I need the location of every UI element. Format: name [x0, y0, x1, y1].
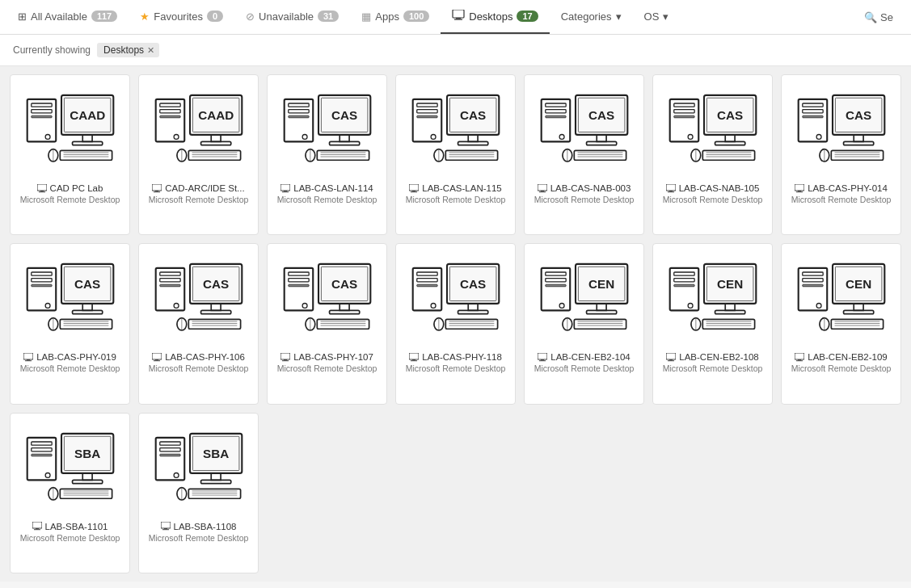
svg-rect-297 — [200, 480, 230, 483]
svg-rect-153 — [27, 359, 30, 360]
svg-rect-287 — [34, 529, 40, 530]
search-icon: 🔍 — [864, 11, 877, 23]
svg-rect-101 — [673, 116, 694, 118]
card-subtitle: Microsoft Remote Desktop — [406, 195, 506, 204]
svg-rect-49 — [340, 135, 349, 141]
chevron-down-icon: ▾ — [616, 10, 622, 23]
card-image: SBA — [146, 420, 251, 517]
svg-rect-253 — [802, 285, 822, 288]
svg-rect-233 — [673, 279, 694, 282]
nav-categories[interactable]: Categories ▾ — [550, 0, 633, 34]
card-title: LAB-CEN-EB2-108 — [666, 352, 758, 362]
app-card[interactable]: CAAD CAD PC Lab Microsoft Remote Desktop — [10, 74, 130, 235]
svg-point-45 — [302, 135, 307, 140]
svg-text:CAAD: CAAD — [198, 108, 234, 122]
svg-rect-97 — [539, 191, 546, 192]
card-title: LAB-CAS-LAN-115 — [409, 183, 501, 193]
app-card[interactable]: CAS LAB-CAS-PHY-014 Microsoft Remote Des… — [781, 74, 901, 235]
app-card[interactable]: CAAD CAD-ARC/IDE St... Microsoft Remote … — [138, 74, 259, 235]
svg-rect-134 — [798, 191, 801, 191]
search-button[interactable]: 🔍 Se — [853, 0, 905, 34]
svg-rect-61 — [416, 103, 437, 107]
svg-point-121 — [816, 135, 821, 140]
svg-rect-116 — [668, 191, 674, 192]
svg-rect-120 — [802, 116, 822, 118]
svg-rect-289 — [159, 442, 179, 445]
svg-rect-50 — [329, 141, 359, 145]
svg-rect-172 — [155, 359, 158, 360]
filter-bar: Currently showing Desktops ✕ — [0, 35, 911, 66]
svg-rect-12 — [72, 141, 102, 145]
card-title: LAB-CAS-NAB-105 — [666, 183, 760, 193]
svg-text:CAS: CAS — [717, 108, 743, 122]
svg-point-7 — [45, 135, 50, 140]
app-card[interactable]: CAS LAB-CAS-LAN-115 Microsoft Remote Des… — [395, 74, 516, 235]
svg-rect-127 — [831, 150, 883, 160]
app-card[interactable]: SBA LAB-SBA-1108 Microsoft Remote Deskto… — [138, 413, 259, 573]
svg-rect-114 — [666, 184, 676, 191]
svg-rect-152 — [23, 353, 33, 359]
svg-rect-5 — [31, 110, 51, 113]
app-card[interactable]: CAS LAB-CAS-LAN-114 Microsoft Remote Des… — [267, 74, 387, 235]
app-card[interactable]: CAS LAB-CAS-NAB-003 Microsoft Remote Des… — [524, 74, 644, 235]
card-image: CAS — [403, 250, 508, 347]
svg-rect-2 — [454, 19, 462, 19]
filter-tag-remove[interactable]: ✕ — [147, 45, 154, 56]
svg-rect-251 — [802, 272, 822, 275]
svg-rect-70 — [445, 150, 497, 160]
desktop-card-icon — [161, 522, 171, 531]
nav-unavailable[interactable]: ⊘ Unavailable 31 — [234, 0, 350, 34]
grid-icon: ⊞ — [18, 10, 27, 23]
svg-point-83 — [559, 135, 564, 140]
nav-favourites[interactable]: ★ Favourites 0 — [129, 0, 234, 34]
app-card[interactable]: CEN LAB-CEN-EB2-104 Microsoft Remote Des… — [524, 243, 644, 404]
card-subtitle: Microsoft Remote Desktop — [663, 363, 763, 373]
svg-rect-190 — [280, 353, 290, 359]
app-card[interactable]: CEN LAB-CEN-EB2-109 Microsoft Remote Des… — [781, 243, 901, 404]
svg-rect-183 — [329, 311, 359, 314]
desktop-nav-icon — [452, 10, 465, 23]
svg-rect-171 — [152, 353, 162, 359]
svg-rect-286 — [36, 528, 39, 529]
svg-text:CAS: CAS — [588, 108, 614, 122]
svg-rect-209 — [409, 353, 419, 359]
svg-rect-135 — [796, 191, 803, 192]
svg-text:CEN: CEN — [717, 278, 743, 292]
svg-rect-271 — [31, 447, 51, 451]
svg-rect-249 — [668, 360, 674, 361]
nav-all-available[interactable]: ⊞ All Available 117 — [6, 0, 129, 34]
svg-rect-259 — [843, 311, 873, 314]
card-title: LAB-CAS-PHY-118 — [409, 352, 502, 362]
card-title: LAB-CAS-NAB-003 — [538, 183, 631, 193]
svg-rect-87 — [597, 135, 606, 141]
app-card[interactable]: CAS LAB-CAS-NAB-105 Microsoft Remote Des… — [652, 74, 773, 235]
svg-text:CAS: CAS — [460, 278, 486, 292]
svg-rect-248 — [669, 359, 673, 360]
nav-os[interactable]: OS ▾ — [633, 0, 681, 34]
nav-apps[interactable]: ▦ Apps 100 — [350, 0, 441, 34]
svg-text:CAAD: CAAD — [70, 108, 105, 122]
app-card[interactable]: CAS LAB-CAS-PHY-118 Microsoft Remote Des… — [395, 243, 516, 404]
desktop-card-icon — [666, 184, 676, 193]
svg-rect-241 — [702, 320, 754, 330]
svg-rect-247 — [666, 353, 676, 359]
app-card[interactable]: CAS LAB-CAS-PHY-106 Microsoft Remote Des… — [138, 243, 259, 404]
card-subtitle: Microsoft Remote Desktop — [149, 195, 249, 204]
app-card[interactable]: CAS LAB-CAS-PHY-019 Microsoft Remote Des… — [10, 243, 130, 404]
card-image: CAS — [146, 250, 251, 347]
app-card[interactable]: CEN LAB-CEN-EB2-108 Microsoft Remote Des… — [652, 243, 773, 404]
app-card[interactable]: CAS LAB-CAS-PHY-107 Microsoft Remote Des… — [267, 243, 387, 404]
svg-rect-68 — [468, 135, 478, 141]
svg-point-64 — [431, 135, 436, 140]
svg-rect-11 — [82, 135, 92, 141]
svg-rect-228 — [538, 353, 547, 359]
filter-tag-desktops[interactable]: Desktops ✕ — [97, 43, 159, 57]
svg-rect-260 — [831, 320, 883, 330]
svg-text:CAS: CAS — [74, 278, 100, 292]
app-card[interactable]: SBA LAB-SBA-1101 Microsoft Remote Deskto… — [10, 413, 130, 573]
app-grid: CAAD CAD PC Lab Microsoft Remote Desktop — [0, 66, 911, 582]
svg-rect-100 — [673, 110, 694, 113]
nav-desktops[interactable]: Desktops 17 — [441, 0, 549, 34]
apps-icon: ▦ — [361, 10, 371, 23]
svg-rect-39 — [155, 191, 158, 191]
